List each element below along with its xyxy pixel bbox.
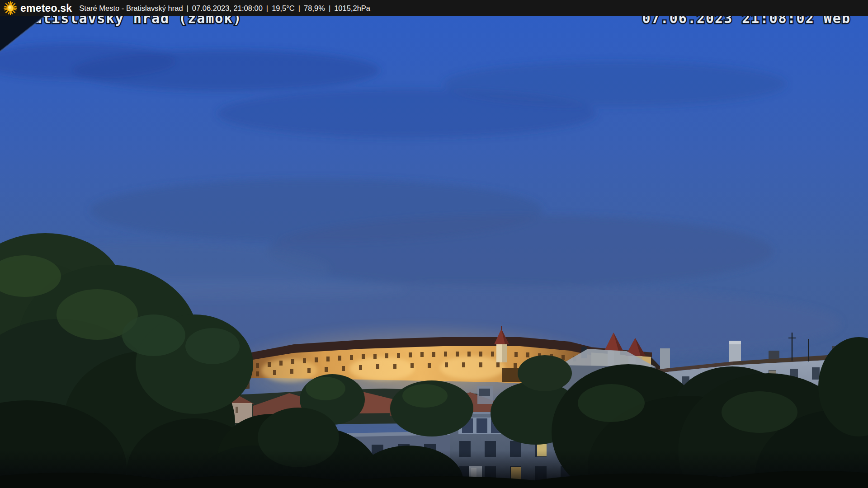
- station-temperature: 19,5°C: [272, 4, 295, 13]
- dusk-scene: Bratislavsky hrad (zamok) 07.06.2023 21:…: [0, 16, 868, 488]
- station-datetime: 07.06.2023, 21:08:00: [192, 4, 263, 13]
- sun-icon: [4, 1, 17, 15]
- station-pressure: 1015,2hPa: [334, 4, 370, 13]
- brand-link[interactable]: emeteo.sk: [4, 1, 72, 15]
- header-bar: emeteo.sk Staré Mesto - Bratislavský hra…: [0, 0, 868, 16]
- station-info: Staré Mesto - Bratislavský hrad | 07.06.…: [79, 4, 370, 13]
- separator: |: [187, 4, 189, 13]
- station-name: Staré Mesto - Bratislavský hrad: [79, 4, 183, 13]
- overlay-caption-left: Bratislavsky hrad (zamok): [15, 16, 242, 26]
- station-humidity: 78,9%: [304, 4, 325, 13]
- overlay-caption-right: 07.06.2023 21:08:02 Web: [642, 16, 851, 26]
- webcam-image: Bratislavsky hrad (zamok) 07.06.2023 21:…: [0, 16, 868, 488]
- separator: |: [266, 4, 268, 13]
- separator: |: [298, 4, 300, 13]
- webcam-page: emeteo.sk Staré Mesto - Bratislavský hra…: [0, 0, 868, 488]
- brand-text: emeteo.sk: [20, 2, 72, 14]
- separator: |: [329, 4, 330, 13]
